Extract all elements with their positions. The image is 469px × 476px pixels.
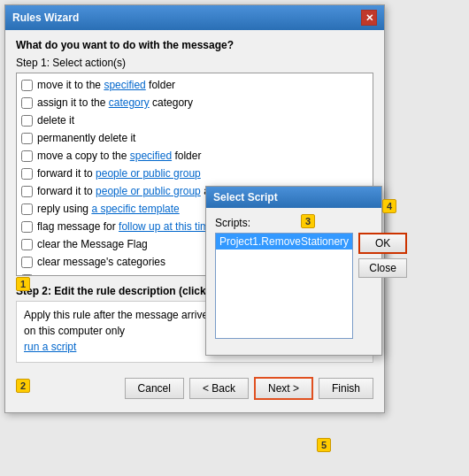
wizard-buttons: Cancel < Back Next > Finish	[16, 372, 373, 403]
select-script-content: Scripts: Project1.RemoveStationery OK Cl…	[206, 208, 381, 355]
template-link[interactable]: a specific template	[91, 203, 179, 215]
ok-button[interactable]: OK	[358, 233, 407, 254]
action-perm-delete-checkbox[interactable]	[21, 133, 33, 144]
annotation-3: 3	[301, 214, 315, 228]
action-move-copy: move a copy to the specified folder	[19, 147, 370, 165]
script-listbox[interactable]: Project1.RemoveStationery	[215, 233, 353, 339]
action-clear-cat-checkbox[interactable]	[21, 257, 33, 268]
annotation-2: 2	[16, 379, 30, 393]
select-script-dialog: Select Script Scripts: Project1.RemoveSt…	[205, 186, 382, 356]
followup-link[interactable]: follow up at this time	[119, 220, 215, 233]
cancel-button[interactable]: Cancel	[125, 378, 184, 399]
specified-link-2[interactable]: specified	[130, 150, 172, 162]
action-assign: assign it to the category category	[19, 94, 370, 111]
action-perm-delete: permanently delete it	[19, 129, 370, 147]
step-one-question: What do you want to do with the message?	[16, 39, 373, 51]
step-one-subtitle: Step 1: Select action(s)	[16, 57, 373, 69]
action-delete-checkbox[interactable]	[21, 115, 33, 127]
dialog-left-panel: Scripts: Project1.RemoveStationery	[215, 217, 353, 346]
action-flag-checkbox[interactable]	[21, 221, 33, 233]
script-item[interactable]: Project1.RemoveStationery	[216, 234, 352, 250]
annotation-5: 5	[317, 438, 331, 452]
run-script-link[interactable]: run a script	[24, 341, 76, 353]
action-forward: forward it to people or public group	[19, 165, 370, 182]
action-importance-checkbox[interactable]	[21, 274, 33, 277]
action-forward-attach-checkbox[interactable]	[21, 186, 33, 197]
dialog-close-button[interactable]: Close	[358, 258, 407, 278]
back-button[interactable]: < Back	[189, 378, 249, 399]
annotation-1: 1	[16, 277, 30, 291]
action-move: move it to the specified folder	[19, 76, 370, 94]
action-assign-checkbox[interactable]	[21, 97, 33, 109]
importance-link[interactable]: importance	[86, 273, 138, 276]
people-group-link-2[interactable]: people or public group	[96, 185, 201, 197]
action-forward-checkbox[interactable]	[21, 168, 33, 180]
action-delete: delete it	[19, 111, 370, 129]
annotation-4: 4	[382, 199, 396, 213]
rules-wizard-titlebar: Rules Wizard ✕	[5, 5, 384, 30]
select-script-title: Select Script	[213, 191, 278, 203]
select-script-titlebar: Select Script	[206, 187, 381, 208]
people-group-link-1[interactable]: people or public group	[96, 167, 201, 180]
specified-link-1[interactable]: specified	[104, 79, 145, 91]
action-clear-flag-checkbox[interactable]	[21, 239, 33, 250]
finish-button[interactable]: Finish	[319, 378, 373, 399]
rules-wizard-title: Rules Wizard	[12, 12, 79, 24]
dialog-right-buttons: OK Close	[358, 217, 407, 346]
close-icon[interactable]: ✕	[361, 10, 377, 26]
action-move-checkbox[interactable]	[21, 80, 33, 91]
category-link[interactable]: category	[109, 96, 150, 109]
scripts-label: Scripts:	[215, 217, 353, 229]
next-button[interactable]: Next >	[254, 377, 313, 400]
action-reply-checkbox[interactable]	[21, 203, 33, 215]
action-move-copy-checkbox[interactable]	[21, 150, 33, 162]
